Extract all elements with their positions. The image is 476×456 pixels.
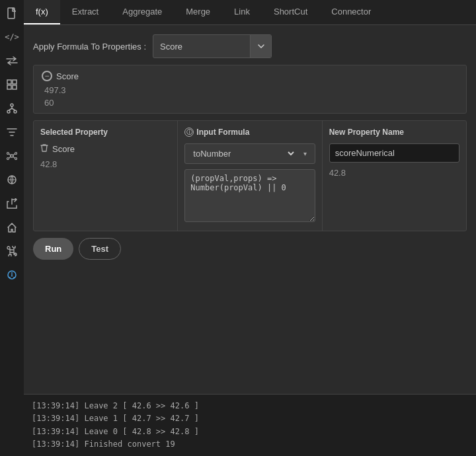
svg-point-12 [15, 158, 17, 160]
apply-formula-label: Apply Formula To Properties : [33, 42, 146, 52]
test-button[interactable]: Test [79, 238, 121, 260]
dropdown-arrow-btn[interactable] [250, 35, 271, 57]
log-area: [13:39:14] Leave 2 [ 42.6 >> 42.6 ] [13:… [24, 394, 476, 456]
sidebar-item-export[interactable] [1, 193, 22, 214]
sidebar-item-home[interactable] [1, 217, 22, 238]
formula-property-dropdown[interactable]: Score [153, 34, 272, 58]
selected-property-header: Selected Property [40, 128, 171, 137]
content-area: Apply Formula To Properties : Score − Sc… [24, 25, 476, 394]
sidebar-item-command[interactable] [1, 241, 22, 262]
sidebar-item-graph[interactable] [1, 145, 22, 167]
tab-extract[interactable]: Extract [60, 0, 110, 24]
new-property-header: New Property Name [329, 128, 459, 137]
score-value-1: 60 [44, 98, 458, 108]
score-value-0: 497.3 [44, 85, 458, 95]
formula-select-arrow-icon: ▾ [296, 150, 315, 157]
sidebar-item-grid[interactable] [1, 74, 22, 95]
sidebar-item-hierarchy[interactable] [1, 98, 22, 119]
three-column-section: Selected Property Score 42.8 ⓘ Input For… [33, 120, 467, 231]
svg-point-6 [7, 110, 10, 113]
collapse-icon[interactable]: − [42, 71, 52, 81]
tab-aggregate[interactable]: Aggregate [110, 0, 174, 24]
tab-link[interactable]: Link [222, 0, 262, 24]
svg-rect-4 [13, 85, 17, 89]
property-name: Score [52, 144, 75, 154]
apply-formula-row: Apply Formula To Properties : Score [33, 34, 467, 58]
info-icon[interactable]: ⓘ [184, 128, 194, 137]
svg-point-11 [7, 158, 9, 160]
tab-merge[interactable]: Merge [174, 0, 222, 24]
sidebar-item-code[interactable]: </> [1, 26, 22, 48]
formula-property-value: Score [153, 37, 250, 56]
svg-point-10 [15, 153, 17, 155]
svg-rect-3 [7, 85, 11, 89]
property-value: 42.8 [40, 159, 171, 169]
sidebar-item-swap[interactable] [1, 50, 22, 71]
log-line-2: [13:39:14] Leave 0 [ 42.8 >> 42.8 ] [32, 426, 468, 438]
tab-fx[interactable]: f(x) [24, 0, 60, 24]
svg-point-16 [13, 277, 15, 278]
svg-rect-2 [13, 80, 17, 84]
sidebar: </> [0, 0, 24, 456]
log-line-1: [13:39:14] Leave 1 [ 42.7 >> 42.7 ] [32, 412, 468, 425]
formula-select[interactable]: toNumber toString custom [185, 144, 296, 163]
sidebar-item-filter[interactable] [1, 122, 22, 143]
run-button[interactable]: Run [33, 238, 73, 260]
score-title: Score [56, 71, 79, 81]
svg-point-15 [11, 272, 13, 274]
trash-icon[interactable] [40, 143, 48, 154]
selected-property-col: Selected Property Score 42.8 [34, 121, 178, 231]
sidebar-item-file[interactable] [1, 3, 22, 24]
log-line-0: [13:39:14] Leave 2 [ 42.6 >> 42.6 ] [32, 400, 468, 412]
sidebar-item-warning[interactable] [1, 264, 22, 285]
svg-point-7 [14, 110, 17, 113]
score-header: − Score [42, 71, 458, 81]
new-property-preview: 42.8 [329, 168, 459, 178]
svg-point-5 [11, 104, 13, 106]
formula-select-wrapper[interactable]: toNumber toString custom ▾ [184, 143, 315, 164]
svg-point-9 [7, 153, 9, 155]
log-line-3: [13:39:14] Finished convert 19 [32, 438, 468, 451]
svg-rect-1 [7, 80, 11, 84]
input-formula-header: ⓘ Input Formula [184, 128, 315, 137]
score-values: 497.3 60 [42, 85, 458, 108]
property-item: Score [40, 143, 171, 154]
sidebar-item-globe[interactable] [1, 169, 22, 190]
action-buttons: Run Test [33, 238, 467, 260]
new-property-name-col: New Property Name 42.8 [323, 121, 466, 231]
new-property-input[interactable] [329, 143, 459, 163]
tab-connector[interactable]: Connector [319, 0, 383, 24]
input-formula-col: ⓘ Input Formula toNumber toString custom… [178, 121, 322, 231]
main-panel: f(x) Extract Aggregate Merge Link ShortC… [24, 0, 476, 456]
score-section: − Score 497.3 60 [33, 65, 467, 114]
tab-shortcut[interactable]: ShortCut [262, 0, 319, 24]
svg-point-17 [9, 277, 11, 278]
formula-textarea[interactable]: (propVal,props) => Number(propVal) || 0 [184, 169, 315, 222]
tab-bar: f(x) Extract Aggregate Merge Link ShortC… [24, 0, 476, 25]
